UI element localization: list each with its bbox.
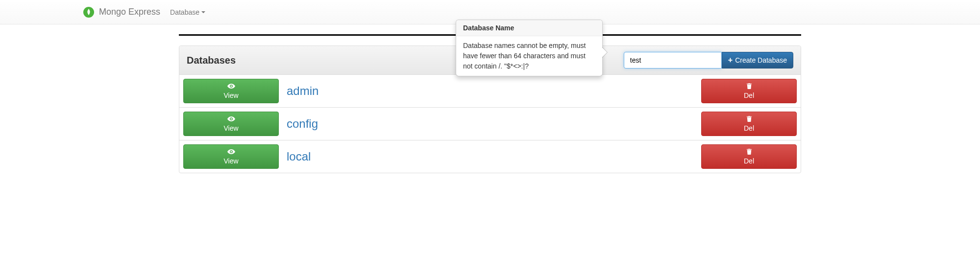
popover-content: Database names cannot be empty, must hav…: [456, 36, 602, 76]
popover-arrow-icon: [602, 47, 608, 58]
delete-button-label: Del: [744, 124, 754, 132]
table-row: ViewlocalDel: [179, 140, 801, 173]
database-name-input[interactable]: [624, 52, 722, 69]
trash-icon: [745, 115, 753, 123]
databases-table: ViewadminDelViewconfigDelViewlocalDel: [179, 75, 801, 173]
eye-icon: [227, 115, 235, 123]
view-button-label: View: [223, 92, 238, 99]
view-button[interactable]: View: [183, 144, 279, 169]
delete-button[interactable]: Del: [701, 79, 797, 103]
panel-title: Databases: [187, 55, 236, 66]
database-link[interactable]: config: [287, 117, 318, 130]
view-button-label: View: [223, 157, 238, 165]
caret-down-icon: [201, 11, 205, 13]
brand-link[interactable]: Mongo Express: [83, 7, 160, 18]
create-database-button[interactable]: Create Database: [722, 52, 793, 69]
database-dropdown-label: Database: [170, 8, 199, 16]
table-row: ViewconfigDel: [179, 108, 801, 140]
eye-icon: [227, 83, 235, 91]
view-button[interactable]: View: [183, 79, 279, 103]
delete-button-label: Del: [744, 92, 754, 99]
delete-button[interactable]: Del: [701, 144, 797, 169]
popover-title: Database Name: [456, 20, 602, 36]
brand-text: Mongo Express: [99, 7, 160, 17]
trash-icon: [745, 83, 753, 91]
trash-icon: [745, 148, 753, 156]
create-button-label: Create Database: [735, 56, 787, 64]
logo-icon: [83, 7, 94, 18]
database-link[interactable]: admin: [287, 84, 318, 97]
create-database-form: Create Database: [624, 52, 793, 69]
delete-button[interactable]: Del: [701, 112, 797, 136]
view-button-label: View: [223, 124, 238, 132]
main-container: Databases Create Database ViewadminDelVi…: [179, 24, 801, 173]
view-button[interactable]: View: [183, 112, 279, 136]
eye-icon: [227, 148, 235, 156]
database-dropdown[interactable]: Database: [170, 8, 205, 16]
delete-button-label: Del: [744, 157, 754, 165]
table-row: ViewadminDel: [179, 75, 801, 108]
validation-popover: Database Name Database names cannot be e…: [456, 20, 603, 76]
database-link[interactable]: local: [287, 150, 311, 163]
plus-icon: [728, 56, 733, 65]
